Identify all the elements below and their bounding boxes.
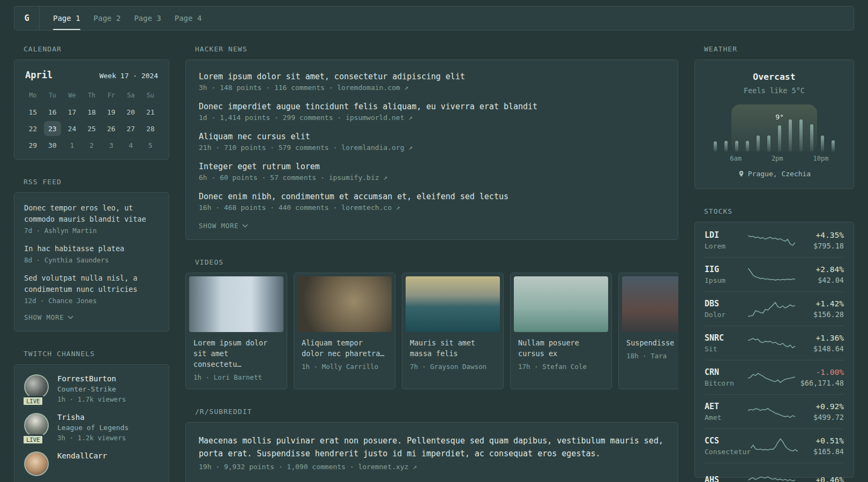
calendar-day: 3 bbox=[101, 138, 121, 153]
stock-change: +4.35% bbox=[795, 231, 844, 239]
hackernews-item-meta[interactable]: 21h · 710 points · 579 comments · loreml… bbox=[199, 144, 665, 152]
stock-symbol[interactable]: AET bbox=[705, 402, 748, 411]
channel-game[interactable]: League of Legends bbox=[57, 424, 129, 432]
avatar-wrap: LIVE bbox=[24, 413, 49, 442]
twitch-channel[interactable]: LIVE ForrestBurton Counter-Strike 1h · 1… bbox=[24, 374, 159, 403]
rss-item-title[interactable]: In hac habitasse platea bbox=[24, 243, 159, 254]
tab-page-3[interactable]: Page 3 bbox=[134, 6, 161, 30]
channel-game[interactable]: Counter-Strike bbox=[57, 385, 126, 393]
stock-change: +1.42% bbox=[795, 299, 844, 308]
calendar-weekday: Su bbox=[140, 88, 160, 103]
video-thumbnail[interactable] bbox=[514, 276, 608, 332]
stock-row[interactable]: IIGIpsum +2.84%$42.04 bbox=[705, 257, 844, 291]
video-title[interactable]: Aliquam tempor dolor nec pharetra… bbox=[302, 337, 387, 359]
subreddit-post-title[interactable]: Maecenas mollis pulvinar erat non posuer… bbox=[199, 434, 665, 460]
calendar-day: 28 bbox=[140, 121, 160, 136]
stock-symbol[interactable]: IIG bbox=[705, 265, 748, 274]
tab-page-1[interactable]: Page 1 bbox=[53, 6, 80, 30]
stock-symbol[interactable]: SNRC bbox=[705, 333, 748, 343]
channel-name[interactable]: Trisha bbox=[57, 413, 129, 421]
stock-row[interactable]: DBSDolor +1.42%$156.28 bbox=[705, 291, 844, 326]
stock-sparkline bbox=[748, 299, 795, 319]
tab-page-4[interactable]: Page 4 bbox=[175, 6, 202, 30]
stock-symbol[interactable]: LDI bbox=[705, 230, 748, 240]
hackernews-item[interactable]: Integer eget rutrum lorem 6h · 60 points… bbox=[199, 162, 665, 182]
calendar-weekday: Tu bbox=[43, 88, 63, 103]
stock-sparkline bbox=[748, 368, 795, 387]
channel-name[interactable]: KendallCarr bbox=[57, 451, 107, 460]
hackernews-show-more[interactable]: SHOW MORE bbox=[199, 222, 665, 230]
rss-item-title[interactable]: Sed volutpat nulla nisl, a condimentum n… bbox=[24, 273, 159, 295]
calendar-header: April Week 17 · 2024 bbox=[23, 70, 160, 80]
stock-row[interactable]: CRNBitcorn -1.00%$66,171.48 bbox=[705, 360, 844, 394]
hackernews-item-title[interactable]: Lorem ipsum dolor sit amet, consectetur … bbox=[199, 72, 665, 81]
stock-row[interactable]: LDILorem +4.35%$795.18 bbox=[705, 223, 844, 257]
video-thumbnail[interactable] bbox=[622, 276, 678, 332]
stock-price: $66,171.48 bbox=[795, 379, 844, 387]
rss-item-meta: 7d · Ashlyn Martin bbox=[24, 227, 159, 235]
temperature-bar bbox=[721, 104, 731, 152]
hackernews-item[interactable]: Donec enim nibh, condimentum et accumsan… bbox=[199, 192, 665, 212]
channel-name[interactable]: ForrestBurton bbox=[57, 374, 126, 383]
stock-row[interactable]: CCSConsectetur +0.51%$165.84 bbox=[705, 428, 844, 463]
temperature-bar bbox=[710, 104, 721, 152]
hackernews-item-title[interactable]: Integer eget rutrum lorem bbox=[199, 162, 665, 171]
app-logo[interactable]: G bbox=[14, 6, 40, 30]
video-title[interactable]: Nullam posuere cursus ex bbox=[518, 337, 604, 359]
weather-location[interactable]: Prague, Czechia bbox=[705, 170, 844, 178]
hackernews-item-meta[interactable]: 16h · 468 points · 440 comments · loremt… bbox=[199, 204, 665, 212]
stock-row[interactable]: AHS +0.46% bbox=[705, 463, 844, 482]
calendar-day: 19 bbox=[101, 104, 121, 119]
video-meta: 18h · Tara bbox=[626, 352, 678, 360]
hour-label bbox=[803, 155, 813, 162]
stocks-widget-title: STOCKS bbox=[704, 207, 854, 215]
twitch-channel[interactable]: KendallCarr bbox=[24, 451, 159, 476]
hackernews-item-meta[interactable]: 1d · 1,414 points · 299 comments · ipsum… bbox=[199, 114, 665, 122]
video-title[interactable]: Lorem ipsum dolor sit amet consectetu… bbox=[193, 337, 279, 370]
hackernews-item-title[interactable]: Aliquam nec cursus elit bbox=[199, 132, 665, 141]
hackernews-item[interactable]: Aliquam nec cursus elit 21h · 710 points… bbox=[199, 132, 665, 152]
hackernews-item-meta[interactable]: 6h · 60 points · 57 comments · ipsumify.… bbox=[199, 174, 665, 182]
hackernews-item[interactable]: Lorem ipsum dolor sit amet, consectetur … bbox=[199, 72, 665, 92]
rss-item[interactable]: Donec tempor eros leo, ut commodo mauris… bbox=[24, 202, 159, 235]
stock-row[interactable]: AETAmet +0.92%$499.72 bbox=[705, 394, 844, 428]
temperature-bar bbox=[828, 104, 839, 152]
hackernews-item-title[interactable]: Donec imperdiet augue tincidunt felis al… bbox=[199, 102, 665, 111]
video-thumbnail[interactable] bbox=[189, 276, 283, 332]
video-card[interactable]: Aliquam tempor dolor nec pharetra… 1h · … bbox=[294, 273, 395, 389]
stock-symbol[interactable]: CCS bbox=[705, 436, 751, 446]
temperature-bar bbox=[817, 104, 828, 152]
twitch-channel[interactable]: LIVE Trisha League of Legends 3h · 1.2k … bbox=[24, 413, 159, 442]
video-card[interactable]: Mauris sit amet massa felis 7h · Grayson… bbox=[402, 273, 504, 389]
subreddit-post-meta[interactable]: 19h · 9,932 points · 1,090 comments · lo… bbox=[199, 463, 665, 471]
calendar-day: 29 bbox=[23, 138, 43, 153]
video-title[interactable]: Suspendisse diam bbox=[626, 337, 678, 348]
hackernews-item-title[interactable]: Donec enim nibh, condimentum et accumsan… bbox=[199, 192, 665, 201]
subreddit-widget: /R/SUBREDDIT Maecenas mollis pulvinar er… bbox=[185, 408, 678, 482]
stock-row[interactable]: SNRCSit +1.36%$148.64 bbox=[705, 326, 844, 360]
video-card[interactable]: Lorem ipsum dolor sit amet consectetu… 1… bbox=[185, 273, 287, 389]
video-card[interactable]: Nullam posuere cursus ex 17h · Stefan Co… bbox=[510, 273, 612, 389]
video-thumbnail[interactable] bbox=[297, 276, 392, 332]
video-title[interactable]: Mauris sit amet massa felis bbox=[410, 337, 496, 359]
calendar-day: 4 bbox=[121, 138, 141, 153]
rss-item[interactable]: In hac habitasse platea 8d · Cynthia Sau… bbox=[24, 243, 159, 264]
subreddit-post[interactable]: Maecenas mollis pulvinar erat non posuer… bbox=[199, 434, 665, 471]
hackernews-item[interactable]: Donec imperdiet augue tincidunt felis al… bbox=[199, 102, 665, 122]
tab-page-2[interactable]: Page 2 bbox=[94, 6, 121, 30]
rss-item[interactable]: Sed volutpat nulla nisl, a condimentum n… bbox=[24, 273, 159, 305]
video-card[interactable]: Suspendisse diam 18h · Tara bbox=[618, 273, 678, 389]
calendar-widget-title: CALENDAR bbox=[24, 45, 169, 53]
stock-name: Sit bbox=[705, 345, 748, 353]
stock-symbol[interactable]: DBS bbox=[705, 299, 748, 308]
stock-symbol[interactable]: CRN bbox=[705, 367, 748, 377]
subreddit-card: Maecenas mollis pulvinar erat non posuer… bbox=[185, 422, 678, 482]
rss-item-title[interactable]: Donec tempor eros leo, ut commodo mauris… bbox=[24, 202, 159, 225]
temperature-bar bbox=[731, 104, 742, 152]
video-meta: 7h · Grayson Dawson bbox=[410, 363, 496, 371]
hour-label bbox=[783, 155, 794, 162]
rss-show-more[interactable]: SHOW MORE bbox=[24, 313, 159, 321]
hackernews-item-meta[interactable]: 3h · 148 points · 116 comments · loremdo… bbox=[199, 84, 665, 92]
video-thumbnail[interactable] bbox=[406, 276, 500, 332]
stock-symbol[interactable]: AHS bbox=[705, 475, 748, 482]
